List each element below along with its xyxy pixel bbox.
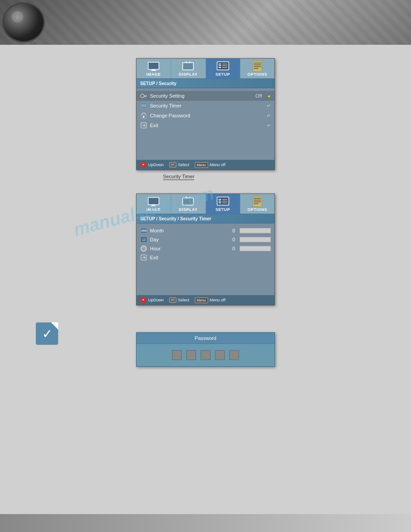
menu-item-enter-change-password: ↵ [267, 113, 271, 119]
tab-options-2[interactable]: OPTIONS [240, 194, 274, 214]
tab-label-display-1: DISPLAY [179, 72, 198, 77]
tab-label-setup-1: SETUP [215, 72, 230, 77]
menu-item-security-timer[interactable]: Security Timer ↵ [137, 101, 274, 111]
display-tab-icon [182, 61, 194, 71]
menu-item-exit-1[interactable]: Exit ↵ [137, 120, 274, 130]
select-button-2[interactable]: ↵ [169, 297, 176, 303]
form-item-month[interactable]: JAN Month 0 [137, 226, 274, 235]
svg-rect-11 [222, 65, 227, 66]
tab-image-2[interactable]: IMAGE [137, 194, 171, 214]
svg-rect-10 [222, 64, 227, 64]
nav-button-2[interactable]: ✦ [140, 297, 146, 303]
svg-rect-46 [254, 202, 261, 202]
svg-rect-3 [183, 63, 193, 70]
svg-rect-7 [218, 64, 221, 64]
password-body [137, 344, 274, 366]
form-item-label-day: Day [150, 237, 223, 242]
menu-item-text-change-password: Change Password [150, 113, 264, 118]
svg-rect-44 [254, 198, 261, 199]
jan-icon: JAN [140, 227, 147, 234]
svg-rect-30 [148, 197, 159, 205]
tab-display-1[interactable]: DISPLAY [171, 59, 206, 78]
tab-setup-1[interactable]: SETUP [206, 59, 240, 78]
tab-label-image-1: IMAGE [146, 72, 161, 77]
menu-button-1[interactable]: Menu [195, 162, 208, 168]
svg-point-18 [141, 94, 144, 98]
password-icon [140, 112, 147, 119]
form-item-hour[interactable]: Hour 0 [137, 244, 274, 253]
timer-icon [140, 103, 147, 109]
footer-bar [0, 514, 411, 532]
bottom-updown-2: ✦ UpDown [140, 297, 164, 303]
setup-tab-icon [217, 61, 229, 71]
svg-rect-38 [218, 201, 221, 202]
setup-tab-icon-2 [217, 197, 229, 206]
tab-label-setup-2: SETUP [215, 207, 230, 212]
clock-icon [140, 245, 147, 252]
panel-security-timer: IMAGE DISPLAY [136, 193, 275, 305]
form-item-bar-day[interactable] [240, 237, 271, 242]
day-icon: 12 [140, 236, 147, 243]
tab-label-options-2: OPTIONS [248, 207, 267, 212]
form-item-label-exit: Exit [150, 255, 271, 260]
password-dot-1 [172, 350, 182, 360]
underline-text: Security Timer [163, 174, 194, 180]
svg-rect-40 [222, 199, 227, 200]
menu-button-2[interactable]: Menu [195, 297, 208, 303]
form-item-value-month: 0 [226, 228, 235, 233]
tab-display-2[interactable]: DISPLAY [171, 194, 206, 214]
menu-item-value-security-setting: Off [256, 93, 262, 99]
form-item-bar-month[interactable] [240, 228, 271, 233]
svg-rect-0 [148, 62, 159, 69]
svg-line-50 [144, 249, 145, 249]
options-tab-icon-2 [251, 197, 264, 206]
exit-icon-2 [140, 254, 147, 261]
image-tab-icon-2 [147, 197, 160, 206]
exit-icon-1 [140, 122, 147, 129]
password-header: Password [137, 333, 274, 344]
password-dialog-wrapper: Password [136, 332, 275, 367]
tab-label-options-1: OPTIONS [248, 72, 267, 77]
menu-item-change-password[interactable]: Change Password ↵ [137, 111, 274, 120]
svg-rect-24 [143, 104, 145, 107]
tab-image-1[interactable]: IMAGE [137, 59, 171, 78]
display-tab-icon-2 [182, 197, 194, 206]
password-dot-4 [215, 350, 225, 360]
menu-item-enter-exit-1: ↵ [267, 123, 271, 129]
svg-rect-41 [222, 201, 227, 202]
tab-bar-1: IMAGE DISPLAY [137, 59, 274, 79]
form-item-exit[interactable]: Exit [137, 253, 274, 262]
svg-rect-15 [254, 64, 261, 65]
nav-button-1[interactable]: ✦ [140, 162, 146, 168]
svg-rect-12 [222, 67, 227, 68]
note-section: ✓ [36, 322, 58, 345]
form-item-bar-hour[interactable] [240, 246, 271, 251]
password-dialog: Password [136, 332, 275, 367]
menu-item-text-security-setting: Security Setting [150, 93, 253, 99]
menu-item-security-setting[interactable]: Security Setting Off ◄ [137, 91, 274, 101]
svg-point-27 [143, 116, 145, 118]
svg-rect-33 [183, 198, 193, 205]
bottom-menuoff-2: Menu Menu off [195, 297, 226, 303]
svg-rect-47 [254, 203, 258, 204]
menu-item-arrow-security-setting: ◄ [266, 94, 271, 99]
tab-setup-2[interactable]: SETUP [206, 194, 240, 214]
svg-rect-17 [254, 68, 258, 69]
svg-rect-23 [141, 104, 143, 107]
form-item-day[interactable]: 12 Day 0 [137, 235, 274, 244]
password-dot-2 [186, 350, 196, 360]
section-header-1: SETUP / Security [137, 79, 274, 88]
section-header-2: SETUP / Security / Security Timer [137, 215, 274, 223]
ui-panel-security: IMAGE DISPLAY [136, 58, 275, 170]
bottom-select-1: ↵ Select [169, 162, 189, 167]
select-button-1[interactable]: ↵ [169, 162, 176, 167]
panel-security: IMAGE DISPLAY [136, 58, 275, 180]
svg-rect-31 [152, 205, 155, 206]
bottom-bar-1: ✦ UpDown ↵ Select Menu Menu off [137, 160, 274, 170]
tab-label-image-2: IMAGE [146, 207, 161, 212]
form-item-value-day: 0 [226, 237, 235, 242]
menu-item-text-exit-1: Exit [150, 123, 264, 128]
tab-options-1[interactable]: OPTIONS [240, 59, 274, 78]
tab-label-display-2: DISPLAY [179, 207, 198, 212]
menu-body-2: JAN Month 0 12 Day 0 [137, 223, 274, 295]
